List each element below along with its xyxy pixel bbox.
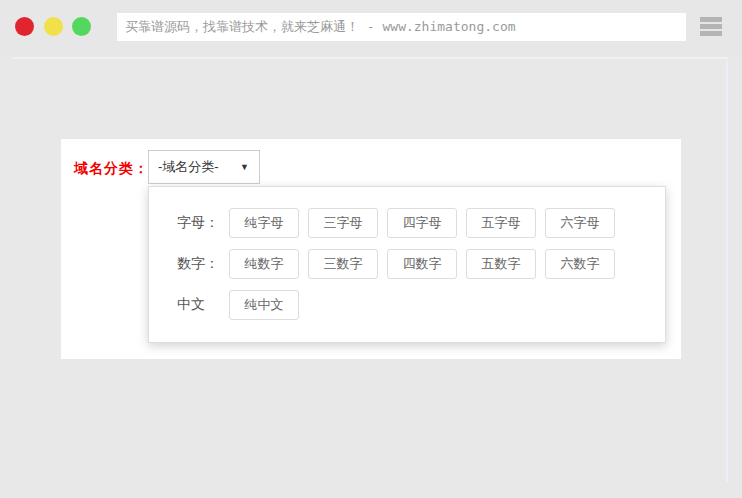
domain-filter-card: 域名分类： -域名分类- ▼ 字母：纯字母三字母四字母五字母六字母数字：纯数字三… — [61, 139, 681, 359]
domain-category-label: 域名分类： — [74, 160, 149, 178]
close-window-icon[interactable] — [15, 17, 34, 36]
category-options: 纯中文 — [229, 290, 308, 320]
minimize-window-icon[interactable] — [44, 17, 63, 36]
domain-category-select[interactable]: -域名分类- ▼ — [148, 150, 260, 184]
option-button[interactable]: 纯中文 — [229, 290, 299, 320]
option-button[interactable]: 五数字 — [466, 249, 536, 279]
option-button[interactable]: 六字母 — [545, 208, 615, 238]
hamburger-menu-icon[interactable] — [700, 17, 722, 36]
option-button[interactable]: 纯数字 — [229, 249, 299, 279]
category-row-label: 数字： — [177, 255, 229, 273]
browser-top-bar: 买靠谱源码，找靠谱技术，就来芝麻通！ - www.zhimatong.com — [0, 0, 742, 57]
zoom-window-icon[interactable] — [72, 17, 91, 36]
address-bar[interactable]: 买靠谱源码，找靠谱技术，就来芝麻通！ - www.zhimatong.com — [117, 13, 686, 41]
option-button[interactable]: 三字母 — [308, 208, 378, 238]
select-value: -域名分类- — [158, 158, 219, 176]
category-options: 纯数字三数字四数字五数字六数字 — [229, 249, 624, 279]
option-button[interactable]: 六数字 — [545, 249, 615, 279]
category-row-label: 字母： — [177, 214, 229, 232]
category-row: 数字：纯数字三数字四数字五数字六数字 — [177, 249, 665, 279]
option-button[interactable]: 五字母 — [466, 208, 536, 238]
option-button[interactable]: 四字母 — [387, 208, 457, 238]
category-options: 纯字母三字母四字母五字母六字母 — [229, 208, 624, 238]
category-row: 字母：纯字母三字母四字母五字母六字母 — [177, 208, 665, 238]
chevron-down-icon: ▼ — [240, 163, 249, 172]
category-row: 中文纯中文 — [177, 290, 665, 320]
dropdown-rows: 字母：纯字母三字母四字母五字母六字母数字：纯数字三数字四数字五数字六数字中文纯中… — [148, 186, 666, 343]
option-button[interactable]: 三数字 — [308, 249, 378, 279]
option-button[interactable]: 四数字 — [387, 249, 457, 279]
category-row-label: 中文 — [177, 296, 229, 314]
option-button[interactable]: 纯字母 — [229, 208, 299, 238]
